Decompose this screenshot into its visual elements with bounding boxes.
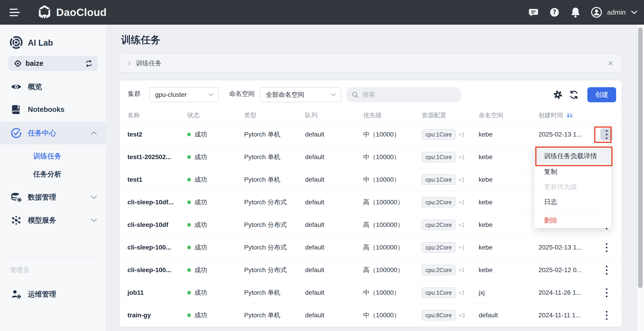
sidebar-item-overview[interactable]: 概览: [0, 76, 106, 97]
menu-divider: [540, 212, 605, 212]
row-actions-button[interactable]: [600, 264, 613, 276]
job-name[interactable]: cli-sleep-100...: [128, 244, 187, 251]
status-label: 成功: [194, 266, 207, 274]
table-row: cli-sleep-100... 成功 Pytorch 分布式 default …: [120, 259, 622, 282]
job-name[interactable]: cli-sleep-10df...: [128, 199, 187, 206]
job-priority: 高（100000）: [363, 221, 422, 229]
resource-extra-count[interactable]: +3: [458, 312, 465, 319]
resource-extra-count[interactable]: +1: [458, 244, 465, 251]
avatar-icon: [591, 7, 602, 18]
cluster-select[interactable]: gpu-cluster: [149, 87, 218, 102]
gear-icon[interactable]: [552, 89, 564, 100]
cluster-label: 集群: [128, 80, 141, 107]
refresh-icon[interactable]: [568, 89, 579, 100]
product-name: AI Lab: [28, 38, 53, 48]
username-label: admin: [607, 8, 626, 16]
menu-item-clone[interactable]: 复制: [534, 164, 611, 179]
resource-extra-count[interactable]: +1: [458, 199, 465, 206]
sidebar-item-ops-management[interactable]: 运维管理: [0, 284, 106, 305]
namespace-select[interactable]: 全部命名空间: [260, 87, 341, 102]
create-button[interactable]: 创建: [587, 87, 616, 102]
resource-extra-count[interactable]: +1: [458, 176, 465, 183]
chevron-down-icon: [208, 93, 214, 97]
menu-item-logs[interactable]: 日志: [534, 195, 611, 210]
cluster-select-value: gpu-cluster: [155, 91, 187, 98]
switch-workspace-icon[interactable]: [85, 59, 93, 67]
resource-extra-count[interactable]: +1: [458, 154, 465, 160]
sidebar-item-task-analysis[interactable]: 任务分析: [0, 166, 106, 182]
search-input[interactable]: [362, 91, 450, 99]
job-status: 成功: [187, 198, 244, 207]
resource-extra-count[interactable]: +1: [458, 131, 465, 138]
resource-tag[interactable]: cpu:1Core: [422, 152, 456, 162]
sort-descending-icon[interactable]: [566, 112, 573, 119]
breadcrumb[interactable]: 训练任务: [136, 59, 162, 67]
job-name[interactable]: test1-202502...: [128, 153, 187, 161]
job-name[interactable]: cli-sleep-10df: [128, 221, 187, 229]
resource-extra-count[interactable]: +1: [458, 222, 465, 228]
job-resources: cpu:8Core +3: [422, 310, 479, 321]
sidebar-item-model-services[interactable]: 模型服务: [0, 210, 106, 231]
resource-extra-count[interactable]: +1: [458, 267, 465, 274]
resource-tag[interactable]: cpu:1Core: [422, 174, 456, 185]
job-name[interactable]: test1: [128, 176, 187, 183]
sidebar-item-task-center[interactable]: 任务中心: [0, 122, 106, 144]
status-success-dot-icon: [187, 291, 191, 295]
product-header[interactable]: AI Lab: [0, 34, 106, 52]
job-status: 成功: [187, 288, 244, 297]
user-menu[interactable]: admin: [591, 7, 638, 18]
resource-tag[interactable]: cpu:1Core: [422, 287, 456, 298]
chevron-down-icon: [90, 218, 97, 222]
status-label: 成功: [194, 130, 207, 139]
status-success-dot-icon: [187, 314, 191, 317]
job-type: Pytorch 单机: [244, 153, 305, 161]
resource-tag[interactable]: cpu:2Core: [422, 265, 456, 275]
menu-item-workload-detail[interactable]: 训练任务负载详情: [534, 148, 611, 164]
close-icon[interactable]: ✕: [608, 59, 614, 67]
status-success-dot-icon: [187, 178, 191, 181]
notifications-icon[interactable]: [570, 7, 581, 18]
sidebar-item-label: 模型服务: [28, 216, 56, 225]
resource-tag[interactable]: cpu:1Core: [422, 129, 456, 140]
status-success-dot-icon: [187, 155, 191, 159]
job-name[interactable]: job11: [128, 289, 187, 296]
topbar-actions: ? admin: [528, 0, 638, 25]
job-created-time: 2025-02-13 1...: [538, 131, 592, 138]
sidebar-item-notebooks[interactable]: Notebooks: [0, 99, 106, 120]
breadcrumb-chevron-icon: ›: [128, 58, 131, 67]
menu-icon[interactable]: [10, 7, 20, 17]
job-resources: cpu:1Core +1: [422, 287, 479, 298]
model-serve-icon: [10, 215, 23, 226]
resource-tag[interactable]: cpu:2Core: [422, 197, 456, 208]
row-actions-button[interactable]: [600, 287, 613, 299]
status-label: 成功: [194, 288, 207, 297]
job-name[interactable]: cli-sleep-100...: [128, 266, 187, 274]
job-name[interactable]: train-gy: [128, 312, 187, 319]
task-check-icon: [10, 127, 23, 139]
resource-tag[interactable]: cpu:2Core: [422, 242, 456, 253]
resource-tag[interactable]: cpu:2Core: [422, 220, 456, 230]
sidebar: AI Lab baize 概览 Notebooks 任务中心 训练任务: [0, 25, 106, 331]
messages-icon[interactable]: [528, 7, 539, 18]
job-namespace: default: [479, 312, 538, 319]
job-created-time: 2025-02-12 0...: [538, 266, 592, 274]
brand-logo[interactable]: DaoCloud: [38, 0, 107, 25]
resource-extra-count[interactable]: +1: [458, 290, 465, 296]
sidebar-item-training-jobs[interactable]: 训练任务: [0, 148, 106, 164]
job-name[interactable]: test2: [128, 131, 187, 138]
menu-item-delete[interactable]: 删除: [534, 214, 611, 227]
table-header: 名称 状态 类型 队列 优先级 资源配置 命名空间 创建时间: [120, 107, 622, 123]
sidebar-item-data-management[interactable]: 数据管理: [0, 187, 106, 208]
job-namespace: kebe: [479, 131, 538, 138]
scrollbar-thumb[interactable]: [638, 27, 643, 288]
workspace-selector[interactable]: baize: [8, 56, 98, 71]
job-resources: cpu:1Core +1: [422, 152, 479, 162]
page-title: 训练任务: [121, 33, 160, 46]
table-row: train-gy 成功 Pytorch 单机 default 中（10000） …: [120, 304, 622, 327]
job-priority: 中（10000）: [363, 175, 422, 184]
row-actions-button[interactable]: [600, 309, 613, 322]
row-actions-button[interactable]: [600, 241, 613, 254]
resource-tag[interactable]: cpu:8Core: [422, 310, 456, 321]
row-actions-button[interactable]: [600, 128, 613, 141]
help-icon[interactable]: ?: [549, 7, 560, 18]
